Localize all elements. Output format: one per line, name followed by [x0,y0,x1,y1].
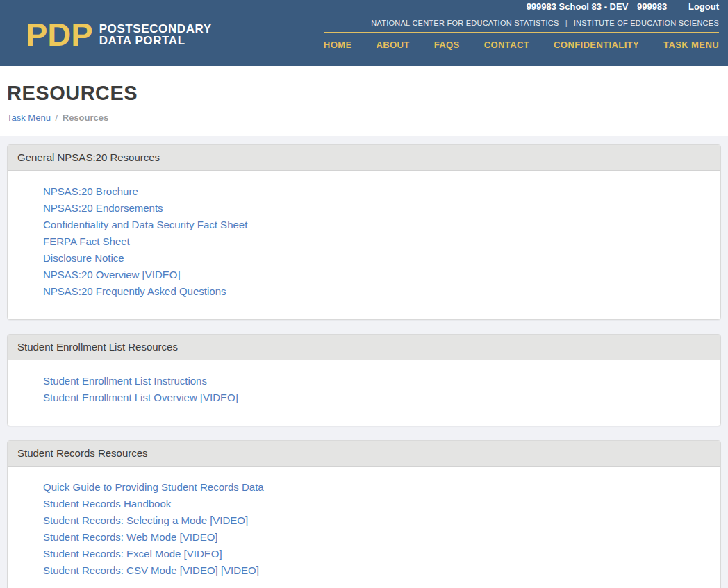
resource-link[interactable]: Student Records Handbook [43,498,171,510]
resource-section-links: Quick Guide to Providing Student Records… [8,467,720,588]
resource-link[interactable]: Student Records: Web Mode [VIDEO] [43,531,218,543]
resource-link-item: Disclosure Notice [43,250,711,267]
resource-link[interactable]: Student Enrollment List Instructions [43,375,207,387]
resource-link-item: Student Records: Selecting a Mode [VIDEO… [43,512,711,529]
nav-home[interactable]: HOME [324,40,352,50]
resource-link[interactable]: Student Records: Selecting a Mode [VIDEO… [43,514,248,526]
topbar: 999983 School 83 - DEV 999983 Logout [527,1,719,12]
ies-label: INSTITUTE OF EDUCATION SCIENCES [574,19,719,27]
resource-link[interactable]: FERPA Fact Sheet [43,235,130,247]
nces-label: NATIONAL CENTER FOR EDUCATION STATISTICS [371,19,559,27]
resource-link[interactable]: Student Enrollment List Overview [VIDEO] [43,392,238,403]
logout-link[interactable]: Logout [688,1,719,12]
resource-link-item: Student Records Handbook [43,496,711,512]
resource-section-title: Student Records Resources [8,441,720,467]
site-header: 999983 School 83 - DEV 999983 Logout PDP… [0,0,728,66]
resource-link-item: Student Records: Web Mode [VIDEO] [43,529,711,546]
resource-link[interactable]: NPSAS:20 Endorsements [43,202,163,214]
pdp-logo-line2: DATA PORTAL [99,34,185,47]
resource-link[interactable]: Quick Guide to Providing Student Records… [43,481,264,493]
resource-link[interactable]: Student Records: Excel Mode [VIDEO] [43,548,222,560]
resource-link-item: Student Enrollment List Instructions [43,373,711,389]
breadcrumb-current: Resources [63,112,108,123]
resource-section: Student Enrollment List Resources Studen… [7,334,721,426]
school-id-label: 999983 [637,1,667,12]
resource-section: Student Records Resources Quick Guide to… [7,440,721,588]
resource-link-item: Student Records: CSV Mode [VIDEO] [VIDEO… [43,562,711,579]
main-nav: HOMEABOUTFAQSCONTACTCONFIDENTIALITYTASK … [324,32,719,50]
resource-link-item: FERPA Fact Sheet [43,233,711,250]
resource-link-item: NPSAS:20 Brochure [43,183,711,200]
resource-section-title: Student Enrollment List Resources [8,335,720,360]
pdp-logo-text: POSTSECONDARY DATA PORTAL [99,23,212,47]
org-line: NATIONAL CENTER FOR EDUCATION STATISTICS… [324,19,719,27]
page-head: RESOURCES Task Menu / Resources [0,66,728,136]
header-right: NATIONAL CENTER FOR EDUCATION STATISTICS… [324,19,719,51]
resource-link-item: Confidentiality and Data Security Fact S… [43,217,711,233]
breadcrumb-task-menu-link[interactable]: Task Menu [7,112,51,123]
breadcrumb: Task Menu / Resources [7,112,721,123]
pdp-logo[interactable]: PDP POSTSECONDARY DATA PORTAL [26,22,212,47]
nav-faqs[interactable]: FAQS [434,40,460,50]
resource-section-title: General NPSAS:20 Resources [8,145,720,171]
resources-content: General NPSAS:20 Resources NPSAS:20 Broc… [0,136,728,588]
nav-confidentiality[interactable]: CONFIDENTIALITY [554,40,639,50]
nav-about[interactable]: ABOUT [376,40,409,50]
resource-link-item: NPSAS:20 Endorsements [43,200,711,217]
resource-link-item: NPSAS:20 Frequently Asked Questions [43,283,711,300]
resource-link[interactable]: NPSAS:20 Frequently Asked Questions [43,285,226,297]
resource-link[interactable]: Disclosure Notice [43,252,124,264]
school-name-label: 999983 School 83 - DEV [527,1,629,12]
org-separator: | [565,19,568,27]
resource-link[interactable]: Confidentiality and Data Security Fact S… [43,219,247,230]
resource-section-links: NPSAS:20 BrochureNPSAS:20 EndorsementsCo… [8,171,720,319]
nav-task-menu[interactable]: TASK MENU [663,40,719,50]
resource-link[interactable]: NPSAS:20 Overview [VIDEO] [43,269,181,280]
resource-link-item: Quick Guide to Providing Student Records… [43,479,711,496]
resource-section: General NPSAS:20 Resources NPSAS:20 Broc… [7,144,721,320]
resource-link-item: Student Records: Excel Mode [VIDEO] [43,546,711,562]
pdp-logo-acronym: PDP [26,22,93,47]
nav-contact[interactable]: CONTACT [484,40,529,50]
resource-link[interactable]: NPSAS:20 Brochure [43,185,138,197]
page-title: RESOURCES [7,82,721,105]
breadcrumb-separator: / [56,112,58,123]
resource-link-item: NPSAS:20 Overview [VIDEO] [43,267,711,283]
resource-section-links: Student Enrollment List InstructionsStud… [8,360,720,426]
resource-link[interactable]: Student Records: CSV Mode [VIDEO] [VIDEO… [43,564,259,576]
resource-link-item: Student Enrollment List Overview [VIDEO] [43,389,711,406]
